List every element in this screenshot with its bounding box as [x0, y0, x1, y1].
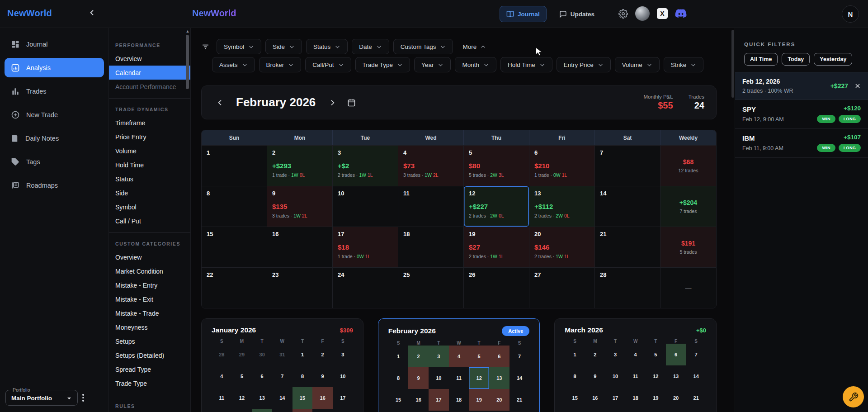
filter-pill-call-put[interactable]: Call/Put	[305, 57, 351, 72]
mini-day-4[interactable]: 4	[212, 365, 232, 387]
mini-day-14[interactable]: 14	[509, 367, 530, 389]
mini-day-15[interactable]: 15	[565, 387, 585, 409]
subsidebar-item-mistake-trade[interactable]: Mistake - Trade	[109, 306, 190, 320]
quick-filter-all-time[interactable]: All Time	[744, 53, 778, 66]
mini-day-13[interactable]: 13	[252, 387, 272, 409]
mini-day-13[interactable]: 13	[666, 365, 686, 387]
filter-pill-hold-time[interactable]: Hold Time	[500, 57, 552, 72]
mini-day-22[interactable]: 22	[565, 409, 585, 412]
mini-day-1[interactable]: 1	[292, 344, 313, 365]
mini-day-14[interactable]: 14	[686, 365, 706, 387]
sidebar-item-daily-notes[interactable]: Daily Notes	[5, 128, 104, 148]
next-month-button[interactable]	[326, 96, 339, 109]
mini-day-1[interactable]: 1	[565, 344, 585, 365]
portfolio-menu-button[interactable]	[82, 394, 84, 402]
mini-day-6[interactable]: 6	[489, 346, 509, 367]
mini-day-9[interactable]: 9	[408, 367, 429, 389]
mini-day-2[interactable]: 2	[585, 344, 605, 365]
mini-day-17[interactable]: 17	[333, 387, 353, 409]
prev-month-button[interactable]	[213, 96, 227, 109]
calendar-day-1[interactable]: 1	[202, 145, 267, 186]
x-twitter-icon[interactable]: X	[657, 8, 668, 19]
quick-filter-today[interactable]: Today	[782, 53, 810, 66]
calendar-day-11[interactable]: 11	[398, 186, 464, 227]
sidebar-item-journal[interactable]: Journal	[5, 34, 104, 54]
subsidebar-item-price-entry[interactable]: Price Entry	[109, 130, 190, 144]
mini-day-10[interactable]: 10	[333, 365, 353, 387]
mini-day-6[interactable]: 6	[666, 344, 686, 365]
sidebar-collapse-button[interactable]	[89, 9, 96, 16]
subsidebar-item-status[interactable]: Status	[109, 172, 190, 186]
mini-day-3[interactable]: 3	[333, 344, 353, 365]
mini-day-21[interactable]: 21	[509, 389, 530, 411]
tab-updates[interactable]: Updates	[553, 6, 601, 22]
support-tools-fab[interactable]	[843, 386, 864, 407]
quick-filter-yesterday[interactable]: Yesterday	[814, 53, 852, 66]
portfolio-select[interactable]: Portfolio Main Portfolio	[5, 390, 78, 406]
mini-day-8[interactable]: 8	[292, 365, 313, 387]
mini-day-12[interactable]: 12	[646, 365, 666, 387]
account-initial-avatar[interactable]: N	[842, 5, 859, 23]
mini-day-10[interactable]: 10	[429, 367, 449, 389]
calendar-day-26[interactable]: 26	[464, 267, 529, 308]
mini-day-11[interactable]: 11	[449, 367, 469, 389]
calendar-day-6[interactable]: 6$2101 trade · 0W 1L	[529, 145, 595, 186]
calendar-day-3[interactable]: 3+$22 trades · 1W 1L	[333, 145, 398, 186]
subsidebar-scrollbar[interactable]: ▲	[185, 29, 190, 411]
sidebar-item-tags[interactable]: Tags	[5, 152, 104, 171]
calendar-day-8[interactable]: 8	[202, 186, 267, 227]
mini-day-11[interactable]: 11	[212, 387, 232, 409]
filter-pill-strike[interactable]: Strike	[664, 57, 704, 72]
subsidebar-item-hold-time[interactable]: Hold Time	[109, 158, 190, 172]
mini-day-10[interactable]: 10	[605, 365, 626, 387]
close-icon[interactable]	[854, 83, 861, 89]
mini-day-20[interactable]: 20	[666, 387, 686, 409]
mini-day-30[interactable]: 30	[252, 344, 272, 365]
more-filters-button[interactable]: More	[457, 39, 491, 54]
mini-day-24[interactable]: 24	[333, 409, 353, 412]
mini-day-15[interactable]: 15	[292, 387, 313, 409]
subsidebar-item-trade-type[interactable]: Trade Type	[109, 376, 190, 390]
subsidebar-item-market-condition[interactable]: Market Condition	[109, 264, 190, 278]
subsidebar-item-mistake-exit[interactable]: Mistake - Exit	[109, 292, 190, 306]
calendar-day-17[interactable]: 17$181 trade · 0W 1L	[333, 227, 398, 267]
sidebar-item-trades[interactable]: Trades	[5, 81, 104, 101]
mini-day-23[interactable]: 23	[312, 409, 333, 412]
subsidebar-item-setups[interactable]: Setups	[109, 334, 190, 348]
mini-day-18[interactable]: 18	[625, 387, 646, 409]
subsidebar-item-calendar[interactable]: Calendar	[109, 66, 190, 80]
mini-day-1[interactable]: 1	[388, 346, 409, 367]
calendar-day-19[interactable]: 19$272 trades · 1W 1L	[464, 227, 529, 267]
calendar-day-20[interactable]: 20$1462 trades · 1W 1L	[529, 227, 595, 267]
mini-day-3[interactable]: 3	[429, 346, 449, 367]
mini-day-21[interactable]: 21	[686, 387, 706, 409]
mini-day-17[interactable]: 17	[429, 389, 449, 411]
mini-day-18[interactable]: 18	[449, 389, 469, 411]
mini-day-7[interactable]: 7	[509, 346, 530, 367]
filter-pill-month[interactable]: Month	[455, 57, 496, 72]
mini-day-7[interactable]: 7	[272, 365, 292, 387]
calendar-day-5[interactable]: 5$805 trades · 2W 3L	[464, 145, 529, 186]
mini-day-16[interactable]: 16	[585, 387, 605, 409]
calendar-day-21[interactable]: 21	[595, 227, 660, 267]
mini-day-20[interactable]: 20	[489, 389, 509, 411]
mini-day-8[interactable]: 8	[388, 367, 409, 389]
user-avatar-photo[interactable]	[635, 6, 650, 21]
mini-day-19[interactable]: 19	[646, 387, 666, 409]
mini-day-23[interactable]: 23	[585, 409, 605, 412]
calendar-day-23[interactable]: 23	[267, 267, 333, 308]
filter-lines-icon[interactable]	[201, 43, 210, 51]
selected-day-card[interactable]: Feb 12, 2026 2 trades · 100% WR +$227	[735, 72, 868, 100]
scroll-up-arrow[interactable]: ▲	[185, 29, 190, 33]
calendar-day-2[interactable]: 2+$2931 trade · 1W 0L	[267, 145, 333, 186]
subsidebar-item-symbol[interactable]: Symbol	[109, 200, 190, 214]
mini-day-31[interactable]: 31	[272, 344, 292, 365]
mini-calendar-january-2026[interactable]: January 2026$309SMTWTFS28293031123456789…	[201, 318, 363, 412]
settings-gear-icon[interactable]	[618, 9, 628, 19]
subsidebar-item-call-put[interactable]: Call / Put	[109, 214, 190, 228]
subsidebar-item-volume[interactable]: Volume	[109, 144, 190, 158]
filter-pill-custom-tags[interactable]: Custom Tags	[393, 39, 453, 54]
filter-pill-symbol[interactable]: Symbol	[217, 39, 261, 54]
mini-day-15[interactable]: 15	[388, 389, 409, 411]
discord-icon[interactable]	[675, 9, 687, 19]
